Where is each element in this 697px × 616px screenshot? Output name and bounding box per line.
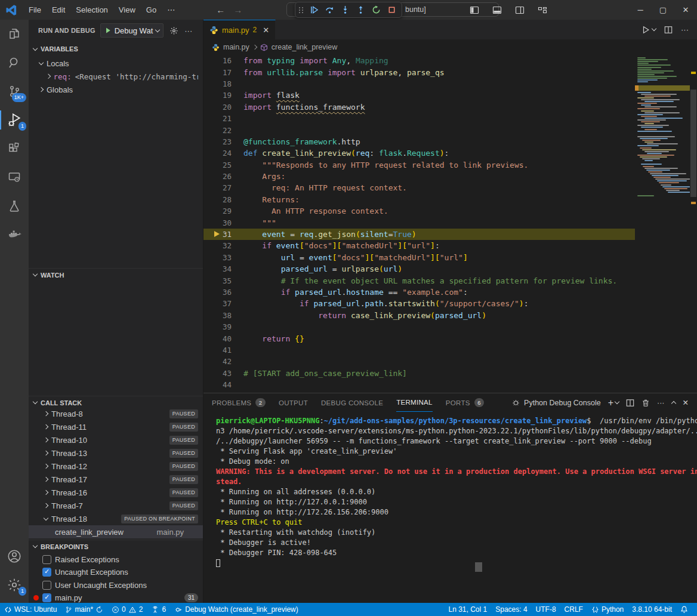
python-interpreter-indicator[interactable]: 3.8.10 64-bit xyxy=(628,603,676,616)
restart-button[interactable] xyxy=(369,4,383,17)
menu-[interactable]: ⋯ xyxy=(162,4,180,17)
minimap[interactable] xyxy=(635,55,690,393)
close-panel-icon[interactable]: ✕ xyxy=(683,398,689,407)
nav-back-button[interactable]: ← xyxy=(216,5,225,15)
call-stack-thread-row[interactable]: Thread-12PAUSED xyxy=(29,460,203,473)
terminal-output[interactable]: pierrick@LAPTOP-HKU5PNNG:~/git/add-ons-s… xyxy=(216,416,693,595)
close-button[interactable]: ✕ xyxy=(674,0,697,20)
debug-settings-gear-icon[interactable] xyxy=(169,26,178,35)
language-mode-indicator[interactable]: Python xyxy=(587,603,628,616)
tab-close-icon[interactable]: ✕ xyxy=(263,26,269,35)
code-area[interactable]: 16from typing import Any, Mapping17from … xyxy=(203,55,635,393)
breakpoint-row[interactable]: User Uncaught Exceptions xyxy=(29,578,203,592)
docker-icon[interactable] xyxy=(0,220,29,249)
eol-indicator[interactable]: CRLF xyxy=(560,603,587,616)
call-stack-thread-row[interactable]: Thread-13PAUSED xyxy=(29,446,203,460)
code-line[interactable]: 30 """ xyxy=(203,217,635,228)
new-terminal-button[interactable]: + xyxy=(608,398,619,408)
debug-session-indicator[interactable]: Debug Watch (create_link_preview) xyxy=(170,603,303,616)
launch-configuration-dropdown[interactable]: Debug Wat xyxy=(100,23,164,38)
breakpoint-checkbox[interactable] xyxy=(42,581,51,590)
stop-button[interactable] xyxy=(385,4,398,17)
code-line[interactable]: 31 event = req.get_json(silent=True) xyxy=(203,229,635,240)
step-out-button[interactable] xyxy=(354,4,367,17)
call-stack-frame-row[interactable]: create_link_previewmain.py xyxy=(29,525,203,538)
call-stack-thread-row[interactable]: Thread-8PAUSED xyxy=(29,407,203,420)
toggle-panel-icon[interactable] xyxy=(486,0,508,20)
menu-selection[interactable]: Selection xyxy=(70,4,113,17)
code-line[interactable]: 25 """Responds to any HTTP request relat… xyxy=(203,159,635,171)
scrollbar-thumb[interactable] xyxy=(690,90,696,197)
encoding-indicator[interactable]: UTF-8 xyxy=(532,603,560,616)
code-line[interactable]: 26 Args: xyxy=(203,171,635,182)
breakpoint-row[interactable]: main.py31 xyxy=(29,592,203,603)
code-line[interactable]: 42 xyxy=(203,356,635,367)
panel-more-actions-icon[interactable]: ··· xyxy=(657,399,665,407)
notifications-bell-icon[interactable] xyxy=(676,603,692,616)
ports-indicator[interactable]: 6 xyxy=(147,603,170,616)
call-stack-thread-row[interactable]: Thread-18PAUSED ON BREAKPOINT xyxy=(29,512,203,525)
code-line[interactable]: 44 xyxy=(203,379,635,390)
variables-locals-row[interactable]: Locals xyxy=(29,57,203,70)
drag-handle-icon[interactable] xyxy=(299,7,304,13)
breadcrumb-symbol[interactable]: create_link_preview xyxy=(272,43,337,51)
cursor-position[interactable]: Ln 31, Col 1 xyxy=(444,603,491,616)
call-stack-thread-row[interactable]: Thread-17PAUSED xyxy=(29,473,203,486)
accounts-icon[interactable] xyxy=(0,542,29,571)
run-python-file-button[interactable] xyxy=(642,26,656,34)
editor-more-actions-icon[interactable]: ··· xyxy=(681,25,689,34)
remote-indicator[interactable]: WSL: Ubuntu xyxy=(0,603,61,616)
code-line[interactable]: 40 return {} xyxy=(203,332,635,344)
call-stack-thread-row[interactable]: Thread-7PAUSED xyxy=(29,499,203,512)
variables-req-row[interactable]: req: <Request 'http://charming-tro… xyxy=(29,70,203,83)
breakpoint-checkbox[interactable] xyxy=(42,568,51,577)
extensions-icon[interactable] xyxy=(0,134,29,163)
indentation-indicator[interactable]: Spaces: 4 xyxy=(491,603,531,616)
step-into-button[interactable] xyxy=(338,4,351,17)
testing-icon[interactable] xyxy=(0,192,29,220)
code-line[interactable]: 18 xyxy=(203,78,635,90)
breakpoint-row[interactable]: Raised Exceptions xyxy=(29,553,203,566)
code-line[interactable]: 34 parsed_url = urlparse(url) xyxy=(203,263,635,275)
problems-indicator[interactable]: 0 2 xyxy=(107,603,147,616)
minimize-button[interactable]: ─ xyxy=(629,0,652,20)
menu-edit[interactable]: Edit xyxy=(47,4,70,17)
git-branch-indicator[interactable]: main* xyxy=(61,603,107,616)
breakpoint-checkbox[interactable] xyxy=(42,593,51,602)
code-line[interactable]: 39 xyxy=(203,321,635,332)
code-line[interactable]: 33 url = event["docs"]["matchedUrl"]["ur… xyxy=(203,252,635,263)
breadcrumb[interactable]: main.py create_link_preview xyxy=(203,39,697,55)
code-line[interactable]: 27 req: An HTTP request context. xyxy=(203,182,635,193)
split-editor-icon[interactable] xyxy=(664,26,673,34)
code-line[interactable]: 35 # If the event object URL matches a s… xyxy=(203,275,635,286)
terminal-instance-label[interactable]: Python Debug Console xyxy=(511,398,601,407)
panel-tab-terminal[interactable]: TERMINAL xyxy=(396,393,433,412)
code-line[interactable]: 43# [START add_ons_case_preview_link] xyxy=(203,368,635,379)
search-icon[interactable] xyxy=(0,48,29,77)
code-line[interactable]: 16from typing import Any, Mapping xyxy=(203,55,635,66)
nav-forward-button[interactable]: → xyxy=(233,5,242,15)
call-stack-thread-row[interactable]: Thread-11PAUSED xyxy=(29,420,203,433)
editor-scrollbar[interactable] xyxy=(690,55,697,393)
variables-section-header[interactable]: VARIABLES xyxy=(29,42,203,56)
explorer-icon[interactable] xyxy=(0,20,29,48)
breakpoint-checkbox[interactable] xyxy=(42,555,51,564)
menu-view[interactable]: View xyxy=(113,4,141,17)
continue-button[interactable] xyxy=(307,4,320,17)
code-line[interactable]: 17from urllib.parse import urlparse, par… xyxy=(203,66,635,78)
toggle-secondary-sidebar-icon[interactable] xyxy=(508,0,531,20)
code-line[interactable]: 37 if parsed_url.path.startswith("/suppo… xyxy=(203,298,635,309)
panel-tab-problems[interactable]: PROBLEMS2 xyxy=(212,393,266,412)
call-stack-thread-row[interactable]: Thread-16PAUSED xyxy=(29,486,203,499)
menu-file[interactable]: File xyxy=(23,4,47,17)
remote-explorer-icon[interactable] xyxy=(0,163,29,192)
code-line[interactable]: 32 if event["docs"]["matchedUrl"]["url"]… xyxy=(203,240,635,251)
breakpoints-section-header[interactable]: BREAKPOINTS xyxy=(29,540,203,553)
split-terminal-icon[interactable] xyxy=(626,399,634,407)
code-line[interactable]: 19import flask xyxy=(203,90,635,101)
run-and-debug-icon[interactable]: 1 xyxy=(0,106,29,134)
step-over-button[interactable] xyxy=(323,4,336,17)
code-line[interactable]: 28 Returns: xyxy=(203,194,635,205)
watch-section-header[interactable]: WATCH xyxy=(29,268,203,281)
customize-layout-icon[interactable] xyxy=(531,0,554,20)
